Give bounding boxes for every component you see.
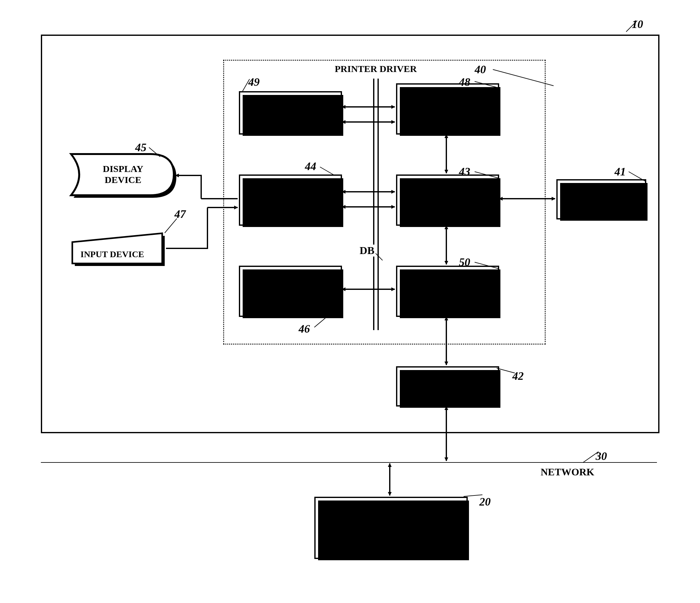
rasterization-unit-box: RASTERIZATION UNIT — [239, 91, 342, 134]
image-forming-num: 20 — [479, 495, 491, 508]
system-control-unit-box: SYSTEM CONTROL UNIT — [396, 175, 499, 226]
data-storage-unit-box: DATA STORAGE UNIT — [239, 266, 342, 317]
communication-unit-box: COMMUNICATION UNIT — [396, 366, 499, 406]
db-label: DB — [358, 245, 376, 256]
display-device-num: 45 — [135, 141, 147, 154]
comm-control-label: COMMUNICATION CONTROL UNIT — [410, 277, 485, 306]
input-device-shape — [69, 229, 166, 267]
ui-unit-box: UI UNIT — [239, 175, 342, 226]
pdl-num: 48 — [459, 75, 470, 89]
printer-driver-num: 40 — [475, 63, 486, 76]
db-line-right — [377, 79, 379, 330]
communication-control-unit-box: COMMUNICATION CONTROL UNIT — [396, 266, 499, 317]
data-storage-label: DATA STORAGE UNIT — [269, 276, 312, 306]
system-control-num: 43 — [459, 165, 470, 178]
network-line — [41, 462, 657, 463]
application-box: APPLICATION — [556, 179, 646, 220]
application-label: APPLICATION — [571, 194, 632, 204]
network-label: NETWORK — [541, 466, 594, 478]
input-device-label: INPUT DEVICE — [80, 249, 144, 259]
communication-num: 42 — [512, 370, 524, 383]
pdl-conversion-unit-box: PDL CONVERSION UNIT — [396, 83, 499, 134]
pdl-label: PDL CONVERSION UNIT — [418, 94, 477, 124]
image-forming-label: IMAGE FORMING APPARATUS — [350, 517, 432, 539]
communication-label: COMMUNICATION UNIT — [410, 377, 485, 396]
rasterization-label: RASTERIZATION UNIT — [254, 103, 327, 123]
db-line-left — [373, 79, 374, 330]
display-device-label: DISPLAY DEVICE — [103, 164, 143, 185]
system-control-label: SYSTEM CONTROL UNIT — [425, 185, 470, 216]
printer-driver-title: PRINTER DRIVER — [335, 64, 417, 74]
data-storage-num: 46 — [299, 322, 310, 335]
ui-num: 44 — [305, 160, 316, 173]
comm-control-num: 50 — [459, 256, 470, 269]
image-forming-apparatus-box: IMAGE FORMING APPARATUS — [314, 497, 468, 559]
application-num: 41 — [615, 165, 626, 178]
ui-label: UI UNIT — [273, 195, 307, 205]
display-device-text: DISPLAY DEVICE — [103, 164, 143, 185]
rasterization-num: 49 — [248, 75, 260, 89]
